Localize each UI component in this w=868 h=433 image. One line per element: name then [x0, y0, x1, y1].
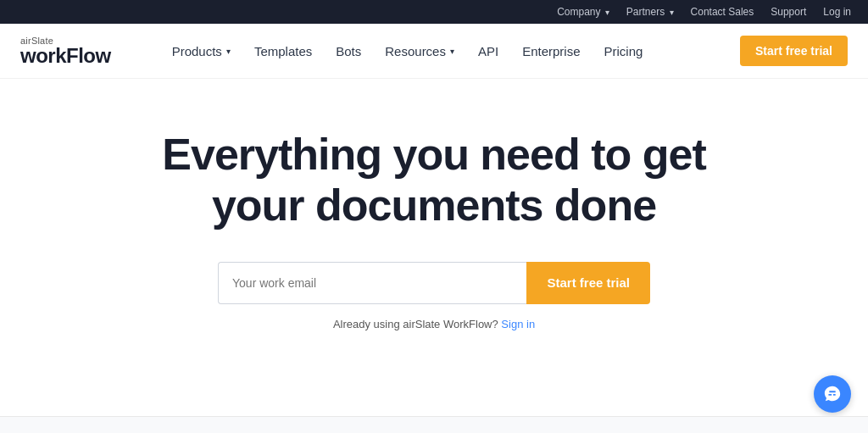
main-nav: airSlate workFlow Products ▾ Templates B…: [0, 24, 868, 79]
email-input[interactable]: [218, 262, 526, 304]
nav-api[interactable]: API: [468, 37, 509, 65]
nav-pricing[interactable]: Pricing: [594, 37, 654, 65]
topbar-partners[interactable]: Partners ▾: [626, 6, 674, 18]
hero-section: Everything you need to get your document…: [0, 79, 868, 364]
chevron-down-icon: ▾: [670, 8, 674, 17]
start-trial-button[interactable]: Start free trial: [526, 262, 650, 304]
topbar-contact-sales[interactable]: Contact Sales: [691, 6, 754, 18]
nav-resources[interactable]: Resources ▾: [375, 37, 465, 65]
chat-button[interactable]: [814, 375, 851, 413]
top-bar: Company ▾ Partners ▾ Contact Sales Suppo…: [0, 0, 868, 24]
topbar-company[interactable]: Company ▾: [557, 6, 609, 18]
nav-products[interactable]: Products ▾: [162, 37, 241, 65]
nav-bots[interactable]: Bots: [326, 37, 371, 65]
hero-form: Start free trial: [218, 262, 650, 304]
chevron-down-icon: ▾: [605, 8, 609, 17]
bottom-section: [0, 416, 868, 433]
hero-title: Everything you need to get your document…: [162, 130, 705, 231]
topbar-login[interactable]: Log in: [823, 6, 851, 18]
topbar-support[interactable]: Support: [771, 6, 806, 18]
nav-enterprise[interactable]: Enterprise: [512, 37, 590, 65]
logo[interactable]: airSlate workFlow: [20, 36, 111, 66]
chevron-down-icon: ▾: [450, 47, 454, 56]
logo-product: workFlow: [20, 46, 111, 66]
signin-link[interactable]: Sign in: [501, 318, 535, 330]
nav-cta-button[interactable]: Start free trial: [740, 36, 848, 66]
nav-links: Products ▾ Templates Bots Resources ▾ AP…: [162, 37, 740, 65]
signin-text: Already using airSlate WorkFlow? Sign in: [333, 318, 535, 330]
nav-templates[interactable]: Templates: [244, 37, 322, 65]
chat-icon: [823, 385, 842, 403]
chevron-down-icon: ▾: [226, 47, 231, 56]
